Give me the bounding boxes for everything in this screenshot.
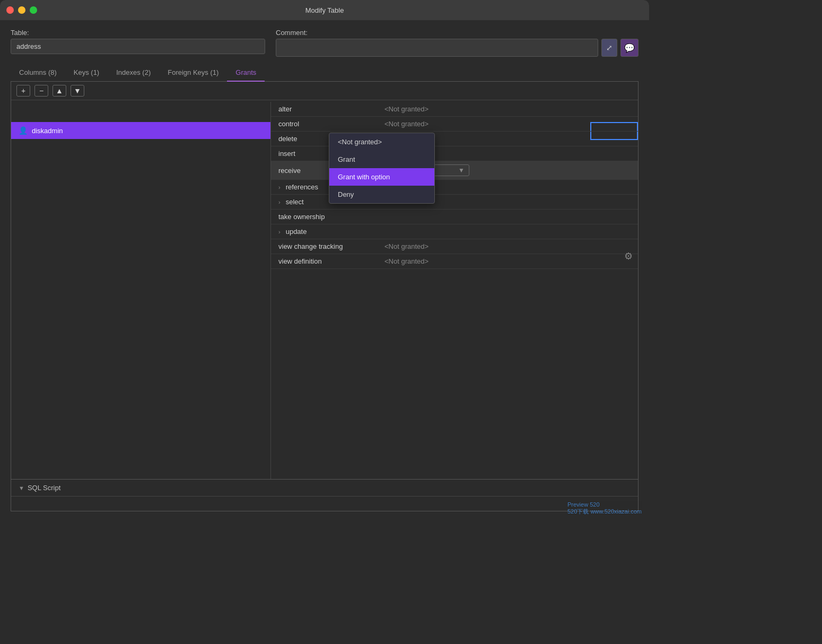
minimize-button[interactable] <box>18 6 25 14</box>
grants-area: 👤 diskadmin alter <Not granted> c <box>11 102 638 479</box>
perm-row-view-definition: view definition <Not granted> <box>271 254 638 269</box>
perm-value-alter: <Not granted> <box>384 105 631 113</box>
preview-label: Preview 520 <box>567 501 600 508</box>
user-icon: 👤 <box>19 126 28 135</box>
perm-value-view-change-tracking: <Not granted> <box>384 242 631 250</box>
perm-name-view-change-tracking: view change tracking <box>278 242 384 250</box>
perm-name-control: control <box>278 120 384 128</box>
expand-update-icon: › <box>278 229 281 235</box>
tab-foreign-keys[interactable]: Foreign Keys (1) <box>159 64 227 82</box>
sql-section: ▼ SQL Script <box>11 479 638 511</box>
content-inner: + − ▲ ▼ 👤 diskadmin <box>11 82 638 511</box>
table-label: Table: <box>11 29 265 37</box>
sql-chevron-icon: ▼ <box>19 485 24 491</box>
grant-toolbar: + − ▲ ▼ <box>11 82 638 100</box>
move-down-button[interactable]: ▼ <box>71 85 84 97</box>
perm-row-alter: alter <Not granted> <box>271 102 638 117</box>
perm-value-view-definition: <Not granted> <box>384 257 631 265</box>
window-title: Modify Table <box>305 6 344 14</box>
tab-grants[interactable]: Grants <box>227 64 265 82</box>
comment-icon-button[interactable]: 💬 <box>620 39 639 57</box>
perm-row-references: › references <box>271 180 638 195</box>
comment-input-row: ⤢ 💬 <box>276 39 639 57</box>
settings-area: ⚙ <box>624 250 633 262</box>
window-controls <box>6 6 37 14</box>
dropdown-item-not-granted[interactable]: <Not granted> <box>329 133 434 151</box>
table-field-group: Table: <box>11 29 265 54</box>
perm-name-update: update <box>286 228 392 236</box>
watermark-text: 520下载 www.520xiazai.com <box>567 508 642 515</box>
dropdown-item-grant[interactable]: Grant <box>329 151 434 168</box>
tab-columns[interactable]: Columns (8) <box>11 64 65 82</box>
content-area: + − ▲ ▼ 👤 diskadmin <box>11 82 639 511</box>
perm-name-alter: alter <box>278 105 384 113</box>
comment-input[interactable] <box>276 39 598 57</box>
settings-button[interactable]: ⚙ <box>624 250 633 262</box>
users-panel: 👤 diskadmin <box>11 102 271 479</box>
perm-row-select: › select <box>271 195 638 210</box>
move-up-button[interactable]: ▲ <box>53 85 66 97</box>
title-bar: Modify Table <box>0 0 649 20</box>
comment-label: Comment: <box>276 29 639 37</box>
watermark: Preview 520 520下载 www.520xiazai.com <box>567 501 642 516</box>
perms-panel: alter <Not granted> control <Not granted… <box>271 102 638 479</box>
perm-value-control: <Not granted> <box>384 120 631 128</box>
tab-indexes[interactable]: Indexes (2) <box>108 64 159 82</box>
perm-row-control: control <Not granted> <box>271 117 638 132</box>
perm-row-update: › update <box>271 224 638 239</box>
dropdown-item-grant-with-option[interactable]: Grant with option <box>329 168 434 186</box>
top-row: Table: Comment: ⤢ 💬 <box>11 29 639 57</box>
sql-header[interactable]: ▼ SQL Script <box>11 480 638 497</box>
table-input[interactable] <box>11 39 265 54</box>
user-name: diskadmin <box>32 127 63 135</box>
expand-references-icon: › <box>278 184 281 190</box>
perm-row-delete: delete <Not granted> <box>271 132 638 146</box>
perm-row-insert: insert Grant <box>271 146 638 161</box>
close-button[interactable] <box>6 6 14 14</box>
expand-select-icon: › <box>278 199 281 205</box>
expand-comment-button[interactable]: ⤢ <box>601 39 617 57</box>
chevron-down-icon: ▼ <box>458 167 465 174</box>
remove-grant-button[interactable]: − <box>34 85 48 97</box>
tab-keys[interactable]: Keys (1) <box>65 64 108 82</box>
dropdown-item-deny[interactable]: Deny <box>329 186 434 203</box>
add-grant-button[interactable]: + <box>16 85 30 97</box>
perm-row-take-ownership: take ownership <box>271 210 638 224</box>
tabs-bar: Columns (8) Keys (1) Indexes (2) Foreign… <box>11 64 639 82</box>
perm-name-take-ownership: take ownership <box>278 213 384 221</box>
user-item-diskadmin[interactable]: 👤 diskadmin <box>11 122 270 139</box>
main-content: Table: Comment: ⤢ 💬 Columns (8) Keys (1)… <box>0 20 649 520</box>
perm-row-receive: receive <Not granted> ▼ <box>271 161 638 180</box>
sql-title: SQL Script <box>28 484 60 492</box>
dropdown-popup: <Not granted> Grant Grant with option De… <box>329 133 435 204</box>
comment-field-group: Comment: ⤢ 💬 <box>276 29 639 57</box>
perm-name-view-definition: view definition <box>278 257 384 265</box>
maximize-button[interactable] <box>30 6 37 14</box>
perm-row-view-change-tracking: view change tracking <Not granted> <box>271 239 638 254</box>
